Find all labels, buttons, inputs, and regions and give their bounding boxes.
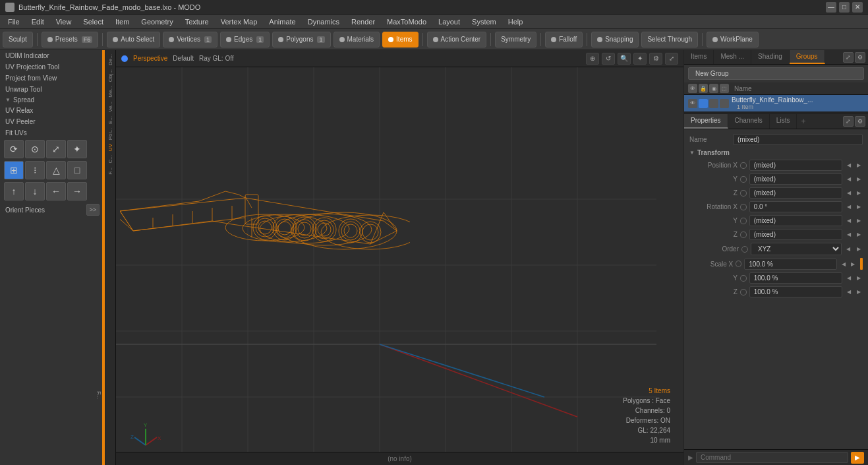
item-vis-icon[interactable]	[709, 99, 718, 108]
position-x-right-arrow[interactable]: ▶	[855, 162, 863, 170]
snapping-button[interactable]: Snapping	[591, 32, 639, 47]
item-eye-icon[interactable]: 👁	[688, 99, 697, 108]
name-field-input[interactable]	[733, 134, 863, 145]
e-label[interactable]: E...	[107, 115, 114, 125]
prop-tab-add-btn[interactable]: +	[797, 114, 809, 129]
uv-label[interactable]: UV	[107, 142, 114, 152]
move-tool-icon[interactable]: ⟳	[4, 140, 24, 158]
header-lock-icon[interactable]: 🔒	[699, 84, 708, 93]
header-render-icon[interactable]: ⬚	[720, 84, 729, 93]
position-x-left-arrow[interactable]: ◀	[845, 162, 853, 170]
rotation-y-right-arrow[interactable]: ▶	[855, 217, 863, 225]
minimize-button[interactable]: —	[826, 2, 836, 13]
pol-label[interactable]: Pol...	[107, 127, 114, 141]
orient-expand-btn[interactable]: >>	[86, 204, 100, 216]
rotation-z-input[interactable]	[749, 229, 842, 240]
dep-label[interactable]: De...	[107, 53, 114, 67]
rotation-y-circle[interactable]	[740, 218, 747, 224]
transform-tool-icon[interactable]: ✦	[67, 140, 87, 158]
scale-z-right-arrow[interactable]: ▶	[855, 288, 863, 296]
spread-section[interactable]: ▼ Spread	[0, 95, 105, 105]
scale-y-right-arrow[interactable]: ▶	[855, 274, 863, 282]
prop-settings-btn[interactable]: ⚙	[855, 116, 865, 127]
position-x-circle[interactable]	[740, 162, 747, 169]
presets-button[interactable]: Presets F6	[42, 32, 98, 47]
action-center-button[interactable]: Action Center	[427, 32, 487, 47]
viewport-btn-4[interactable]: ✦	[633, 53, 647, 65]
position-y-right-arrow[interactable]: ▶	[855, 175, 863, 183]
position-z-input[interactable]	[749, 187, 842, 199]
scale-y-left-arrow[interactable]: ◀	[845, 274, 853, 282]
menu-select[interactable]: Select	[78, 16, 109, 27]
scale-y-input[interactable]	[749, 272, 842, 284]
header-eye-icon[interactable]: 👁	[688, 84, 697, 93]
item-render-icon[interactable]	[720, 99, 729, 108]
dots-icon[interactable]: ⁝	[25, 161, 45, 179]
menu-view[interactable]: View	[51, 16, 77, 27]
ve-label[interactable]: Ve...	[107, 100, 114, 113]
polygons-button[interactable]: Polygons 1	[272, 32, 330, 47]
prop-tab-channels[interactable]: Channels	[728, 114, 770, 129]
arrow-down-icon[interactable]: ↓	[25, 182, 45, 201]
rotation-x-left-arrow[interactable]: ◀	[845, 203, 853, 211]
header-vis-icon[interactable]: ◉	[709, 84, 718, 93]
tab-groups[interactable]: Groups	[790, 50, 825, 64]
order-left-arrow[interactable]: ◀	[844, 245, 852, 253]
scale-x-left-arrow[interactable]: ◀	[840, 260, 847, 268]
uv-relax-item[interactable]: UV Relax	[0, 105, 105, 116]
rpanel-action-expand[interactable]: ⤢	[843, 52, 854, 63]
symmetry-button[interactable]: Symmetry	[495, 32, 536, 47]
triangle-icon[interactable]: △	[46, 161, 66, 179]
scale-x-right-arrow[interactable]: ▶	[850, 260, 857, 268]
maximize-button[interactable]: □	[839, 2, 850, 13]
viewport-canvas[interactable]: 5 Items Polygons : Face Channels: 0 Defo…	[116, 67, 683, 465]
position-z-circle[interactable]	[740, 190, 747, 197]
menu-geometry[interactable]: Geometry	[136, 16, 178, 27]
tab-mesh[interactable]: Mesh ...	[714, 50, 751, 64]
rotation-z-circle[interactable]	[740, 232, 747, 238]
rotate-tool-icon[interactable]: ⊙	[25, 140, 45, 158]
order-select[interactable]: XYZ	[751, 243, 842, 255]
uv-peeler-item[interactable]: UV Peeler	[0, 116, 105, 127]
c-label[interactable]: C...	[107, 154, 114, 164]
position-x-input[interactable]	[749, 160, 842, 171]
udim-indicator-item[interactable]: UDIM Indicator	[0, 50, 105, 61]
auto-select-button[interactable]: Auto Select	[107, 32, 160, 47]
unwrap-tool-item[interactable]: Unwrap Tool	[0, 84, 105, 95]
menu-system[interactable]: System	[467, 16, 502, 27]
menu-edit[interactable]: Edit	[26, 16, 49, 27]
sculpt-button[interactable]: Sculpt	[3, 32, 33, 47]
select-through-button[interactable]: Select Through	[641, 32, 698, 47]
prop-tab-lists[interactable]: Lists	[770, 114, 797, 129]
arrow-left-icon[interactable]: ←	[46, 182, 66, 201]
rotation-x-input[interactable]	[749, 201, 842, 212]
viewport-btn-2[interactable]: ↺	[602, 53, 615, 65]
menu-animate[interactable]: Animate	[264, 16, 301, 27]
menu-render[interactable]: Render	[346, 16, 380, 27]
scale-z-circle[interactable]	[740, 289, 747, 295]
scale-y-circle[interactable]	[740, 275, 747, 282]
arrow-right-icon[interactable]: →	[67, 182, 87, 201]
project-from-view-item[interactable]: Project from View	[0, 73, 105, 84]
position-y-circle[interactable]	[740, 176, 747, 183]
position-z-right-arrow[interactable]: ▶	[855, 189, 863, 197]
fit-uvs-item[interactable]: Fit UVs	[0, 127, 105, 139]
scale-tool-icon[interactable]: ⤢	[46, 140, 66, 158]
position-z-left-arrow[interactable]: ◀	[845, 189, 853, 197]
rpanel-action-settings[interactable]: ⚙	[855, 52, 865, 63]
viewport-expand-btn[interactable]: ⤢	[665, 53, 678, 65]
menu-maxtomode[interactable]: MaxToModo	[382, 16, 432, 27]
falloff-button[interactable]: Falloff	[545, 32, 583, 47]
command-input[interactable]	[696, 452, 848, 463]
viewport-btn-1[interactable]: ⊕	[586, 53, 599, 65]
prop-tab-properties[interactable]: Properties	[684, 114, 728, 129]
titlebar-controls[interactable]: — □ ✕	[826, 2, 863, 13]
me-label[interactable]: Me...	[107, 84, 114, 99]
menu-layout[interactable]: Layout	[433, 16, 465, 27]
prop-expand-btn[interactable]: ⤢	[843, 116, 854, 127]
obj-label[interactable]: Obj...	[107, 68, 114, 83]
f-side-label[interactable]: F...	[107, 166, 114, 176]
scale-x-circle[interactable]	[736, 261, 741, 267]
uv-grid-icon[interactable]: ⊞	[4, 161, 24, 179]
order-circle[interactable]	[741, 246, 748, 253]
